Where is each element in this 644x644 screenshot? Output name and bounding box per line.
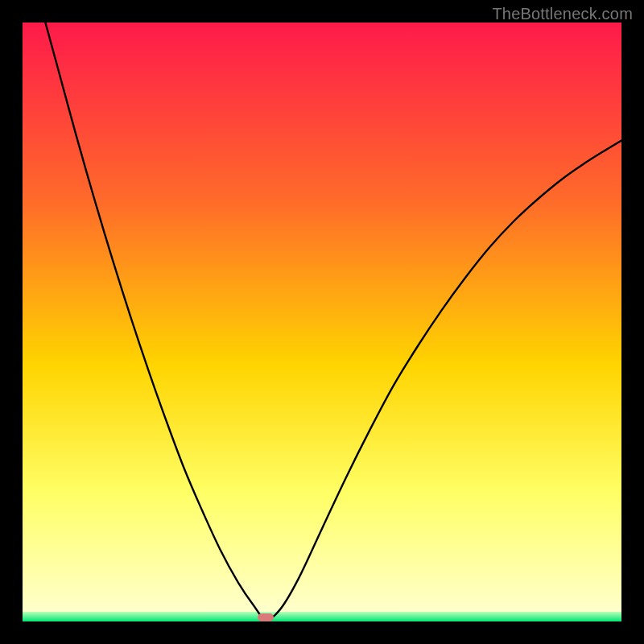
watermark-text: TheBottleneck.com	[492, 5, 633, 23]
bottleneck-curve	[23, 23, 621, 619]
curve-layer	[23, 23, 621, 621]
plot-area	[23, 23, 621, 621]
optimal-marker	[258, 613, 274, 621]
chart-stage: TheBottleneck.com	[0, 0, 644, 644]
axis-bottom	[23, 621, 621, 625]
